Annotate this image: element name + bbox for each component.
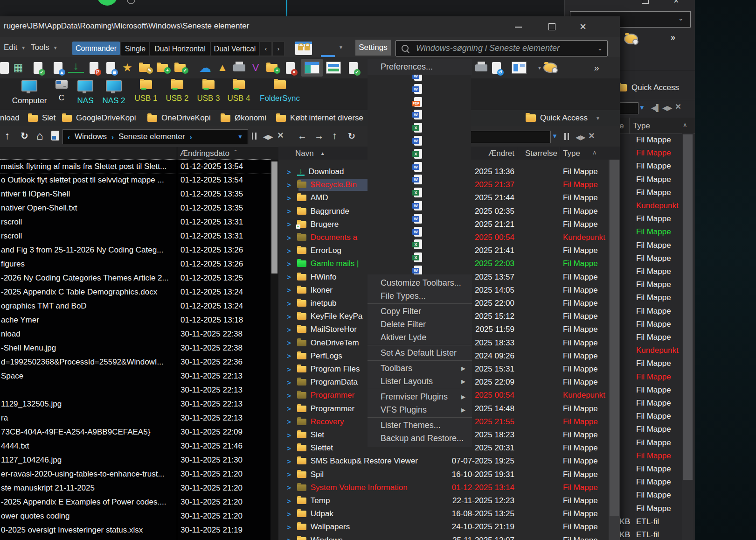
file-row[interactable]: rscroll01-12-2025 13:31	[0, 215, 270, 229]
expand-chevron-icon[interactable]: >	[287, 181, 291, 189]
folder-search-icon[interactable]	[542, 60, 558, 76]
expand-chevron-icon[interactable]: >	[287, 273, 291, 281]
expand-chevron-icon[interactable]: >	[287, 418, 291, 426]
menu-item-aktiver-lyde[interactable]: Aktiver Lyde	[368, 331, 472, 344]
menu-item-backup-and-restore-[interactable]: Backup and Restore...	[368, 432, 472, 445]
file-row[interactable]: and Fig 3 from 25-11-2026 Ny Coding Cate…	[0, 243, 270, 257]
folder-tab-nload[interactable]: nload	[0, 112, 20, 125]
file-row[interactable]: 73CB-404A-49FE-A254-A9BB9CEFAEA5}30-11-2…	[0, 425, 270, 439]
paste-shortcut-icon[interactable]: ▲	[50, 60, 66, 76]
close-button[interactable]: ×	[580, 20, 586, 33]
up-button[interactable]: ↑	[5, 130, 10, 142]
chevron-right-icon[interactable]: ›	[111, 133, 114, 141]
expand-chevron-icon[interactable]: >	[287, 300, 291, 308]
expand-chevron-icon[interactable]: >	[287, 484, 291, 491]
expand-chevron-icon[interactable]: >	[287, 392, 291, 400]
expand-chevron-icon[interactable]: >	[287, 326, 291, 334]
expand-chevron-icon[interactable]: >	[287, 405, 291, 413]
folder-tab-googledrivekopi[interactable]: GoogleDriveKopi	[62, 112, 136, 125]
expand-chevron-icon[interactable]: >	[287, 470, 291, 478]
menu-item-lister-layouts[interactable]: Lister Layouts▸	[368, 375, 472, 388]
menu-tools[interactable]: Tools ▼	[31, 41, 58, 54]
menu-edit[interactable]: Edit ▼	[4, 41, 26, 54]
tree-pane-close-icon[interactable]: ×	[589, 130, 595, 142]
menu-item-vfs-plugins[interactable]: VFS Plugins▸	[368, 403, 472, 416]
folder-tab-slet[interactable]: Slet	[28, 112, 55, 125]
pane-swap-icon[interactable]: ◀▶	[263, 133, 273, 140]
pane-maximize-icon[interactable]	[252, 133, 257, 140]
view-tab-dual-vertical[interactable]: Dual Vertical	[210, 42, 259, 56]
file-row[interactable]: 0-2025 oversigt Investeringer status.xls…	[0, 523, 270, 537]
breadcrumb-item-windows[interactable]: Windows	[75, 132, 107, 141]
refresh-button[interactable]: ↻	[21, 130, 28, 141]
grid-view-icon[interactable]: ▦	[10, 60, 26, 76]
tree-row-wallpapers[interactable]: >Wallpapers24-10-2025 21:19Fil Mappe	[278, 520, 609, 533]
folder-new-icon[interactable]: +	[264, 60, 280, 76]
folder-check-icon[interactable]: ✓	[172, 60, 188, 76]
expand-chevron-icon[interactable]: >	[287, 444, 291, 452]
tree-header-sep2[interactable]	[560, 147, 560, 160]
expand-chevron-icon[interactable]: >	[287, 260, 291, 268]
file-row[interactable]: ache Ymer01-12-2025 13:18	[0, 313, 270, 327]
menu-item-toolbars[interactable]: Toolbars▸	[368, 362, 472, 375]
money-v-icon[interactable]: V	[248, 60, 264, 76]
expand-chevron-icon[interactable]: >	[287, 497, 291, 505]
layout-list-icon[interactable]	[511, 60, 527, 76]
expand-chevron-icon[interactable]: >	[287, 247, 291, 255]
expand-chevron-icon[interactable]: >	[287, 510, 291, 518]
expand-chevron-icon[interactable]: >	[287, 523, 291, 531]
tree-pane-swap-icon[interactable]: ◀▶	[576, 133, 586, 141]
copy-settings-icon[interactable]: ✓	[30, 60, 46, 76]
tree-row-sms-backup-restore-viewer[interactable]: >SMS Backup& Restore Viewer07-07-2025 19…	[278, 455, 609, 468]
tree-filter-field[interactable]	[469, 131, 551, 143]
dual-lock-icon[interactable]	[295, 42, 312, 55]
type-sort-icon[interactable]: ∧	[592, 149, 597, 156]
pane-close-icon[interactable]: ×	[277, 129, 284, 141]
file-row[interactable]: d=1992502368&ProcessId=25592&WindowI...3…	[0, 355, 270, 369]
menu-item-copy-filter[interactable]: Copy Filter	[368, 305, 472, 318]
delete-file-icon[interactable]: ×	[282, 60, 298, 76]
file-row[interactable]: -Shell Menu.jpg30-11-2025 22:38	[0, 341, 270, 355]
file-row[interactable]: ower quotes coding30-11-2025 21:20	[0, 509, 270, 523]
recent-items-icon[interactable]	[51, 131, 59, 140]
folder-tab-onedrivekopi[interactable]: OneDriveKopi	[147, 112, 211, 125]
file-row[interactable]: 30-11-2025 21:19	[0, 537, 270, 540]
file-row[interactable]: Space30-11-2025 22:13	[0, 369, 270, 383]
file-row[interactable]: 30-11-2025 22:13	[0, 383, 270, 397]
more-chevrons-icon[interactable]: »	[589, 60, 604, 76]
view-tab-dual-horizontal[interactable]: Dual Horizontal	[150, 42, 210, 56]
file-row[interactable]: 4444.txt30-11-2025 21:46	[0, 439, 270, 453]
file-row[interactable]: -2025 Appendix C Table Demographics.docx…	[0, 285, 270, 299]
expand-chevron-icon[interactable]: >	[287, 431, 291, 439]
breadcrumb[interactable]: ‹ Windows › Seneste elementer › ▼	[62, 129, 248, 144]
tree-scrollbar-thumb[interactable]	[610, 160, 619, 516]
file-restore-icon[interactable]: ↺	[488, 60, 504, 76]
file-row[interactable]: ntiver ti lOpen-Shell01-12-2025 13:35	[0, 187, 270, 201]
expand-chevron-icon[interactable]: >	[287, 379, 291, 386]
file-row[interactable]: 1129_132505.jpg30-11-2025 22:13	[0, 397, 270, 411]
file-row[interactable]: o Outlook flyt slettet post til selvvlag…	[0, 173, 270, 187]
chevron-left-icon[interactable]: ‹	[68, 133, 70, 141]
tab-scroll-prev-button[interactable]: ‹	[260, 42, 272, 56]
expand-chevron-icon[interactable]: >	[287, 352, 291, 360]
drive-button-foldersync[interactable]: FolderSync	[259, 80, 301, 107]
home-button[interactable]: ⌂	[36, 129, 43, 142]
tab-scroll-next-button[interactable]: ›	[272, 42, 284, 56]
file-row[interactable]: -2025 Appendix E Examples of Power codes…	[0, 495, 270, 509]
drive-button-usb-4[interactable]: USB 4	[218, 80, 260, 107]
download-arrow-icon[interactable]: ↓	[68, 60, 84, 73]
expand-chevron-icon[interactable]: >	[287, 194, 291, 202]
date-sort-icon[interactable]: ⌄	[233, 146, 238, 153]
folder-tab-købt-internet-diverse[interactable]: Købt internet diverse	[276, 112, 363, 125]
file-row[interactable]: nload30-11-2025 22:38	[0, 327, 270, 341]
lock-dropdown-icon[interactable]: ▼	[339, 45, 343, 50]
tree-pane-maximize-icon[interactable]	[564, 133, 569, 140]
layout-rows-icon[interactable]	[326, 60, 341, 76]
tree-header-sep1[interactable]	[517, 147, 517, 160]
breadcrumb-item-seneste[interactable]: Seneste elementer	[118, 132, 185, 141]
tree-filter-dropdown-icon[interactable]: ▼	[552, 133, 558, 140]
report-file-icon[interactable]: ≣	[103, 60, 118, 76]
name-column-header[interactable]: Navn ▲	[295, 147, 325, 160]
maximize-button[interactable]	[548, 23, 555, 30]
menu-item-preferences[interactable]: Preferences...	[381, 62, 433, 72]
